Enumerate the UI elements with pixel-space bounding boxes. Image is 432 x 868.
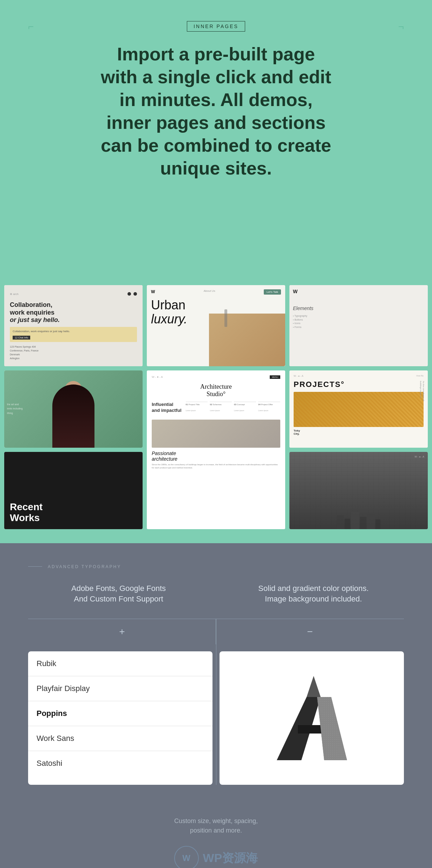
screen-urban-mock: W About Us Let's Talk Urbanluxury. xyxy=(147,285,285,366)
screenshot-recent-works: Recent Works xyxy=(4,452,143,529)
plus-cell: + xyxy=(28,619,216,644)
contact-info: 123 Places Springs 404Conference, Paris,… xyxy=(10,345,137,361)
urban-cta: Let's Talk xyxy=(264,289,281,295)
typography-feature-1: Adobe Fonts, Google Fonts And Custom Fon… xyxy=(28,583,209,605)
side-text: the art andients includingithing xyxy=(7,402,22,416)
arch-body-text: Since the 1980s, as the consultancy of b… xyxy=(152,463,280,469)
proj-nav-link: How By xyxy=(416,375,424,377)
corner-decoration-left: ⌐ xyxy=(28,21,34,32)
proj-logo: W - ● - A xyxy=(294,375,303,377)
font-satoshi[interactable]: Satoshi xyxy=(28,751,212,776)
custom-size-text: Custom size, weight, spacing, position a… xyxy=(28,816,404,835)
urban-logo: W xyxy=(151,289,155,295)
font-work-sans[interactable]: Work Sans xyxy=(28,726,212,751)
partial-content: Elements • Typography• Buttons• Icons• F… xyxy=(293,305,424,329)
font-playfair[interactable]: Playfair Display xyxy=(28,676,212,701)
screenshots-section: ⊕ arch Collaboration,work enquiriesor ju… xyxy=(0,285,432,543)
screenshot-dark-city: W - ● - A xyxy=(289,452,428,529)
watermark-section: W WP资源海 xyxy=(28,846,404,868)
top-headline: Import a pre-built page with a single cl… xyxy=(97,43,335,180)
wp-logo-circle: W xyxy=(174,846,199,868)
urban-nav: W About Us Let's Talk xyxy=(151,289,281,295)
arch-title: Architecture Studio° xyxy=(152,383,280,398)
screenshot-person: the art andients includingithing xyxy=(4,370,143,448)
nav-dots xyxy=(126,291,137,297)
arch-col-3: 03 ConceptLorem ipsum xyxy=(234,402,256,412)
person-body xyxy=(52,384,94,448)
bottom-section: ADVANCED TYPOGRAPHY Adobe Fonts, Google … xyxy=(0,543,432,868)
urban-menu: About Us xyxy=(204,289,215,295)
project-texture xyxy=(294,392,424,427)
screen-partial-mock: W Elements • Typography• Buttons• Icons•… xyxy=(289,285,428,366)
urban-subheading: luxury. xyxy=(151,312,187,326)
dark-aerial-blocks xyxy=(289,483,428,529)
screenshots-grid: ⊕ arch Collaboration,work enquiriesor ju… xyxy=(0,285,432,529)
corner-decoration-right: ¬ xyxy=(398,21,404,32)
screen-projects-mock: W - ● - A How By PROJECTS° TokyCity. As … xyxy=(289,370,428,448)
screenshot-projects: W - ● - A How By PROJECTS° TokyCity. As … xyxy=(289,370,428,448)
project-city-label: TokyCity. xyxy=(294,429,424,435)
lamp-decoration xyxy=(224,309,227,327)
arch-content-row: Influentialand impactful 01 Project Titl… xyxy=(152,402,280,416)
watermark-text: WP资源海 xyxy=(203,850,258,866)
minus-cell: − xyxy=(216,619,404,644)
big-letter-a xyxy=(266,669,358,767)
projects-nav: W - ● - A How By xyxy=(294,375,424,377)
project-image xyxy=(294,392,424,427)
screenshot-arch-studio: W - ● - A MENU Architecture Studio° Infl… xyxy=(147,370,285,529)
arch-subtitle-block: Influentialand impactful xyxy=(152,402,182,416)
arch-menu: MENU xyxy=(270,375,280,379)
arch-subtitle: Influentialand impactful xyxy=(152,402,182,414)
dark-nav: W - ● - A xyxy=(414,455,424,458)
arch-columns: 01 Project TitleLorem ipsum 02 SchemesLo… xyxy=(186,402,280,412)
screen-arch-mock: W - ● - A MENU Architecture Studio° Infl… xyxy=(147,370,285,529)
plus-minus-row: + − xyxy=(28,619,404,644)
contact-form-box: Collaboration, work enquiries or just sa… xyxy=(10,327,137,342)
screen-contact-mock: ⊕ arch Collaboration,work enquiriesor ju… xyxy=(4,285,143,366)
partial-nav: W xyxy=(293,289,424,294)
custom-text-content: Custom size, weight, spacing, position a… xyxy=(174,816,258,835)
screen-dark-mock: W - ● - A xyxy=(289,452,428,529)
a-texture xyxy=(317,697,347,760)
contact-heading: Collaboration,work enquiriesor just say … xyxy=(10,301,137,324)
nav-logo: ⊕ arch xyxy=(10,292,19,296)
arch-col-2: 02 SchemesLorem ipsum xyxy=(210,402,232,412)
screenshot-urban: W About Us Let's Talk Urbanluxury. xyxy=(147,285,285,366)
advanced-typography-label: ADVANCED TYPOGRAPHY xyxy=(28,564,404,569)
project-sidebar: As the consultancy ofbuildings began to xyxy=(419,381,425,401)
typography-feature-2: Solid and gradient color options. Image … xyxy=(223,583,404,605)
arch-logo-area: W - ● - A xyxy=(152,375,163,379)
screenshot-contact: ⊕ arch Collaboration,work enquiriesor ju… xyxy=(4,285,143,366)
font-poppins[interactable]: Poppins xyxy=(28,701,212,726)
top-section: ⌐ ¬ INNER PAGES Import a pre-built page … xyxy=(0,0,432,285)
a-top xyxy=(307,676,321,697)
urban-heading: Urbanluxury. xyxy=(151,298,281,326)
screen-recent-mock: Recent Works xyxy=(4,452,143,529)
typography-features: Adobe Fonts, Google Fonts And Custom Fon… xyxy=(28,583,404,605)
arch-col-4: 04 Project OfferLorem ipsum xyxy=(258,402,280,412)
arch-col-1: 01 Project TitleLorem ipsum xyxy=(186,402,208,412)
screenshot-partial: W Elements • Typography• Buttons• Icons•… xyxy=(289,285,428,366)
font-list-panel: Rubik Playfair Display Poppins Work Sans… xyxy=(28,651,212,785)
arch-passionate-title: Passionatearchitecture xyxy=(152,451,280,462)
panels-wrapper: + − Rubik Playfair Display Poppins Work … xyxy=(28,619,404,785)
custom-text-wrapper: Custom size, weight, spacing, position a… xyxy=(28,785,404,868)
font-rubik[interactable]: Rubik xyxy=(28,651,212,676)
font-preview-panel xyxy=(220,651,404,785)
arch-nav: W - ● - A MENU xyxy=(152,375,280,379)
partial-logo: W xyxy=(293,289,297,294)
letter-a-svg xyxy=(266,669,358,767)
nav-bar: ⊕ arch xyxy=(10,291,137,297)
projects-title: PROJECTS° xyxy=(294,380,424,389)
recent-works-title: Recent Works xyxy=(10,502,42,524)
screen-person-mock: the art andients includingithing xyxy=(4,370,143,448)
inner-pages-badge: INNER PAGES xyxy=(187,21,245,32)
arch-building-image xyxy=(152,420,280,448)
minus-sign: − xyxy=(307,626,313,637)
plus-sign: + xyxy=(119,626,125,637)
